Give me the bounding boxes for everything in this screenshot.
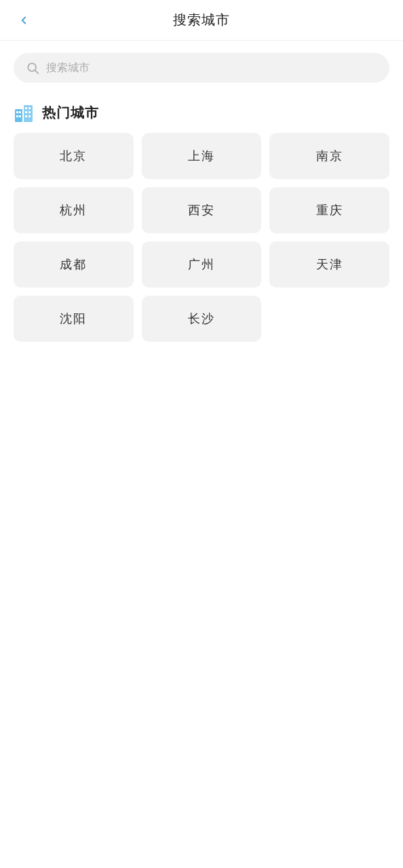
back-button[interactable] xyxy=(14,10,34,31)
city-button-hangzhou[interactable]: 杭州 xyxy=(14,187,134,233)
city-button-nanjing[interactable]: 南京 xyxy=(269,133,389,179)
section-header: 热门城市 xyxy=(0,90,403,133)
svg-rect-4 xyxy=(16,111,18,113)
city-grid-row3: 成都 广州 天津 xyxy=(0,233,403,288)
svg-rect-10 xyxy=(25,111,27,113)
search-icon xyxy=(26,61,39,75)
svg-rect-11 xyxy=(28,111,31,113)
city-button-changsha[interactable]: 长沙 xyxy=(142,296,262,342)
svg-rect-2 xyxy=(15,109,22,122)
page-title: 搜索城市 xyxy=(173,11,230,29)
city-grid-row1: 北京 上海 南京 xyxy=(0,133,403,179)
svg-rect-8 xyxy=(25,107,27,109)
city-button-beijing[interactable]: 北京 xyxy=(14,133,134,179)
city-button-xian[interactable]: 西安 xyxy=(142,187,262,233)
city-button-shenyang[interactable]: 沈阳 xyxy=(14,296,134,342)
city-grid-row2: 杭州 西安 重庆 xyxy=(0,179,403,233)
search-bar[interactable] xyxy=(14,53,389,83)
svg-rect-7 xyxy=(19,115,21,117)
svg-rect-5 xyxy=(19,111,21,113)
city-button-tianjin[interactable]: 天津 xyxy=(269,241,389,288)
page-header: 搜索城市 xyxy=(0,0,403,41)
svg-rect-12 xyxy=(25,115,27,117)
svg-rect-3 xyxy=(24,105,33,122)
city-button-shanghai[interactable]: 上海 xyxy=(142,133,262,179)
svg-rect-6 xyxy=(16,115,18,117)
city-button-guangzhou[interactable]: 广州 xyxy=(142,241,262,288)
svg-rect-13 xyxy=(28,115,31,117)
city-button-chengdu[interactable]: 成都 xyxy=(14,241,134,288)
search-container xyxy=(0,41,403,90)
section-title: 热门城市 xyxy=(42,104,99,122)
search-input[interactable] xyxy=(46,62,377,74)
svg-rect-9 xyxy=(28,107,31,109)
building-icon xyxy=(14,102,35,123)
city-grid-row4: 沈阳 长沙 xyxy=(0,288,403,342)
back-icon xyxy=(16,13,31,28)
svg-line-1 xyxy=(35,71,39,74)
city-button-chongqing[interactable]: 重庆 xyxy=(269,187,389,233)
